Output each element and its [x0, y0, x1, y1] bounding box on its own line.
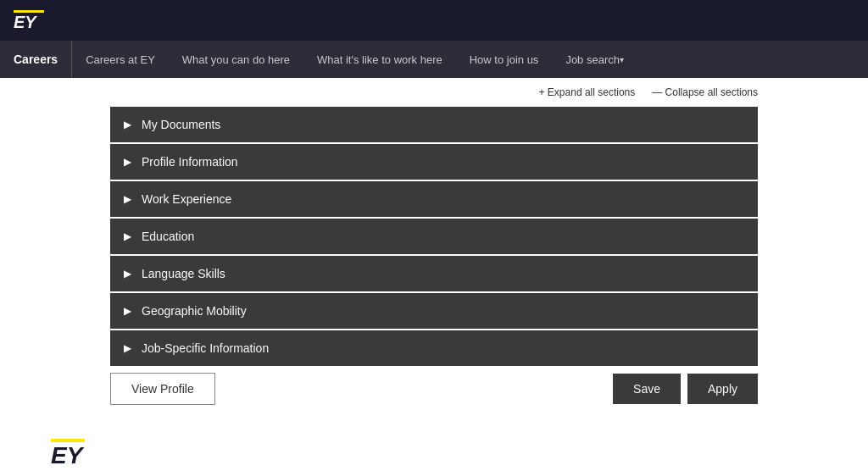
accordion-language-skills[interactable]: ▶ Language Skills — [110, 256, 758, 291]
accordion-label-geographic-mobility: Geographic Mobility — [142, 304, 247, 318]
footer: EY Building a better Connect with us Our… — [0, 422, 868, 471]
controls-row: + Expand all sections — Collapse all sec… — [0, 78, 868, 107]
action-row: View Profile Save Apply — [110, 373, 758, 405]
accordion-label-my-documents: My Documents — [142, 118, 220, 131]
footer-logo-area: EY Building a better — [0, 439, 868, 471]
top-header: EY — [0, 0, 868, 41]
chevron-right-icon: ▶ — [124, 193, 131, 205]
nav-link-what-its-like[interactable]: What it's like to work here — [303, 41, 456, 78]
nav-links: Careers at EY What you can do here What … — [72, 41, 637, 78]
accordion-work-experience[interactable]: ▶ Work Experience — [110, 181, 758, 217]
chevron-right-icon: ▶ — [124, 119, 131, 130]
chevron-right-icon: ▶ — [124, 305, 131, 317]
accordion-my-documents[interactable]: ▶ My Documents — [110, 107, 758, 142]
accordion-label-profile-information: Profile Information — [142, 155, 238, 169]
nav-link-job-search[interactable]: Job search — [552, 41, 637, 78]
accordion-label-job-specific-information: Job-Specific Information — [142, 341, 269, 355]
accordion-job-specific-information[interactable]: ▶ Job-Specific Information — [110, 330, 758, 366]
accordion-container: ▶ My Documents ▶ Profile Information ▶ W… — [110, 107, 758, 366]
expand-all-button[interactable]: + Expand all sections — [539, 86, 636, 98]
accordion-label-education: Education — [142, 230, 194, 243]
view-profile-button[interactable]: View Profile — [110, 373, 215, 405]
accordion-label-work-experience: Work Experience — [142, 192, 231, 206]
accordion-geographic-mobility[interactable]: ▶ Geographic Mobility — [110, 293, 758, 329]
nav-bar: Careers Careers at EY What you can do he… — [0, 41, 868, 78]
chevron-right-icon: ▶ — [124, 230, 131, 242]
chevron-right-icon: ▶ — [124, 156, 131, 168]
save-button[interactable]: Save — [613, 374, 681, 404]
footer-ey-text: EY — [51, 444, 817, 468]
nav-link-how-to-join[interactable]: How to join us — [456, 41, 553, 78]
ey-logo: EY — [14, 10, 44, 30]
nav-link-careers-at-ey[interactable]: Careers at EY — [72, 41, 169, 78]
accordion-education[interactable]: ▶ Education — [110, 219, 758, 254]
ey-logo-text: EY — [14, 14, 36, 30]
chevron-right-icon: ▶ — [124, 268, 131, 280]
accordion-label-language-skills: Language Skills — [142, 267, 225, 280]
chevron-right-icon: ▶ — [124, 342, 131, 354]
nav-brand[interactable]: Careers — [7, 41, 72, 78]
accordion-profile-information[interactable]: ▶ Profile Information — [110, 144, 758, 180]
right-buttons: Save Apply — [613, 374, 758, 404]
main-content: + Expand all sections — Collapse all sec… — [0, 78, 868, 422]
footer-ey-logo: EY Building a better — [51, 439, 817, 471]
nav-link-what-you-can-do[interactable]: What you can do here — [169, 41, 303, 78]
apply-button[interactable]: Apply — [687, 374, 758, 404]
collapse-all-button[interactable]: — Collapse all sections — [652, 86, 758, 98]
